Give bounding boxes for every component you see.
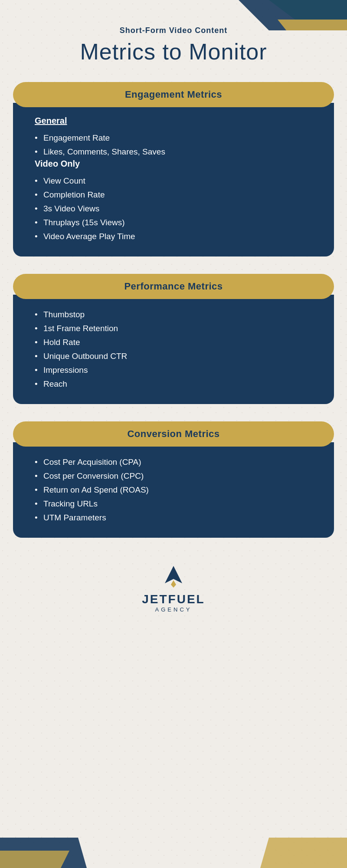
logo-container: JETFUEL AGENCY bbox=[142, 564, 205, 613]
list-item: Thruplays (15s Views) bbox=[35, 216, 317, 230]
performance-section: Performance Metrics Thumbstop 1st Frame … bbox=[13, 274, 334, 404]
list-item: Engagement Rate bbox=[35, 131, 317, 145]
list-item: Tracking URLs bbox=[35, 497, 317, 511]
list-item: Thumbstop bbox=[35, 308, 317, 322]
list-item: 1st Frame Retention bbox=[35, 322, 317, 335]
video-only-subsection: Video Only View Count Completion Rate 3s… bbox=[35, 159, 317, 243]
engagement-content: General Engagement Rate Likes, Comments,… bbox=[13, 103, 334, 256]
list-item: Likes, Comments, Shares, Saves bbox=[35, 145, 317, 159]
page-header: Short-Form Video Content Metrics to Moni… bbox=[13, 26, 334, 65]
conversion-header-text: Conversion Metrics bbox=[127, 428, 219, 439]
conversion-content: Cost Per Acquisition (CPA) Cost per Conv… bbox=[13, 442, 334, 538]
list-item: 3s Video Views bbox=[35, 202, 317, 216]
video-only-list: View Count Completion Rate 3s Video View… bbox=[35, 174, 317, 243]
list-item: Cost per Conversion (CPC) bbox=[35, 469, 317, 483]
page-title: Metrics to Monitor bbox=[13, 39, 334, 65]
list-item: Cost Per Acquisition (CPA) bbox=[35, 455, 317, 469]
list-item: Return on Ad Spend (ROAS) bbox=[35, 483, 317, 497]
general-subsection: General Engagement Rate Likes, Comments,… bbox=[35, 116, 317, 159]
general-title: General bbox=[35, 116, 317, 126]
bottom-decoration bbox=[0, 838, 347, 868]
engagement-header: Engagement Metrics bbox=[13, 82, 334, 107]
video-only-title: Video Only bbox=[35, 159, 317, 169]
logo-section: JETFUEL AGENCY bbox=[13, 555, 334, 621]
conversion-header: Conversion Metrics bbox=[13, 421, 334, 447]
performance-content: Thumbstop 1st Frame Retention Hold Rate … bbox=[13, 295, 334, 404]
svg-marker-2 bbox=[278, 20, 347, 30]
list-item: View Count bbox=[35, 174, 317, 188]
conversion-list: Cost Per Acquisition (CPA) Cost per Conv… bbox=[35, 455, 317, 525]
list-item: Completion Rate bbox=[35, 188, 317, 202]
conversion-section: Conversion Metrics Cost Per Acquisition … bbox=[13, 421, 334, 538]
list-item: Hold Rate bbox=[35, 335, 317, 349]
list-item: Video Average Play Time bbox=[35, 230, 317, 243]
performance-header-text: Performance Metrics bbox=[124, 281, 223, 292]
logo-tagline: AGENCY bbox=[155, 606, 192, 613]
performance-list: Thumbstop 1st Frame Retention Hold Rate … bbox=[35, 308, 317, 391]
engagement-header-text: Engagement Metrics bbox=[125, 89, 222, 100]
engagement-section: Engagement Metrics General Engagement Ra… bbox=[13, 82, 334, 256]
logo-brand: JETFUEL bbox=[142, 593, 205, 605]
general-list: Engagement Rate Likes, Comments, Shares,… bbox=[35, 131, 317, 159]
svg-marker-4 bbox=[0, 851, 69, 868]
svg-marker-7 bbox=[171, 580, 176, 588]
list-item: Impressions bbox=[35, 363, 317, 377]
list-item: Unique Outbound CTR bbox=[35, 349, 317, 363]
list-item: Reach bbox=[35, 377, 317, 391]
jetfuel-logo-icon bbox=[160, 564, 187, 590]
performance-header: Performance Metrics bbox=[13, 274, 334, 299]
list-item: UTM Parameters bbox=[35, 511, 317, 525]
svg-marker-5 bbox=[260, 838, 347, 868]
logo-text: JETFUEL AGENCY bbox=[142, 593, 205, 613]
top-decoration bbox=[0, 0, 347, 30]
